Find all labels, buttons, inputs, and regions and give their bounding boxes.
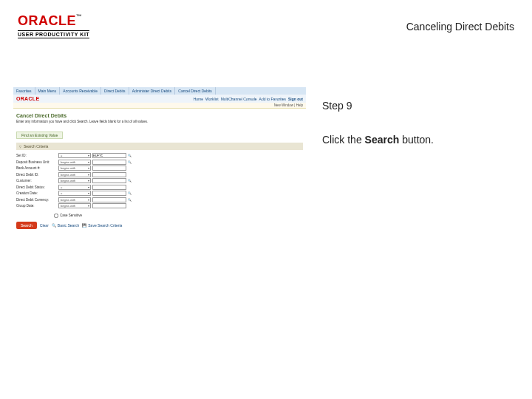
embedded-app-screenshot: Favorites Main Menu Accounts Receivable … xyxy=(13,87,306,232)
lookup-icon[interactable]: 🔍 xyxy=(128,154,135,157)
crumb[interactable]: Main Menu xyxy=(35,87,61,95)
oracle-wordmark: ORACLE xyxy=(18,13,76,28)
link-favorites[interactable]: Add to Favorites xyxy=(259,97,286,101)
field-label: Group Date: xyxy=(16,204,57,208)
case-sensitive-label: Case Sensitive xyxy=(60,214,82,217)
crumb[interactable]: Direct Debits xyxy=(101,87,129,95)
value-input[interactable] xyxy=(92,172,126,177)
save-search-link[interactable]: 💾Save Search Criteria xyxy=(82,223,122,228)
value-input[interactable] xyxy=(92,185,126,190)
form-row: Customer:begins with🔍 xyxy=(16,178,303,183)
upk-label: USER PRODUCTIVITY KIT xyxy=(18,30,89,38)
value-input[interactable] xyxy=(92,166,126,171)
value-input[interactable] xyxy=(92,191,126,196)
search-icon: 🔍 xyxy=(52,223,56,228)
lookup-icon[interactable]: 🔍 xyxy=(128,191,135,195)
app-page-instruction: Enter any information you have and click… xyxy=(13,120,306,126)
operator-select[interactable]: begins with xyxy=(58,166,91,171)
search-criteria-label: Search Criteria xyxy=(24,144,48,149)
field-label: Direct Debit Status: xyxy=(16,185,57,189)
link-home[interactable]: Home xyxy=(194,97,203,101)
form-row: Deposit Business Unit:begins with🔍 xyxy=(16,160,303,165)
app-oracle-logo: ORACLE xyxy=(16,96,39,101)
value-input[interactable]: EUFTC xyxy=(92,153,126,158)
value-input[interactable] xyxy=(92,178,126,183)
field-label: Direct Debit Currency: xyxy=(16,198,57,202)
value-input[interactable] xyxy=(92,197,126,202)
field-label: Customer: xyxy=(16,179,57,183)
instr-post: button. xyxy=(399,134,434,146)
operator-select[interactable]: = xyxy=(58,185,91,190)
trademark-symbol: ™ xyxy=(76,13,83,20)
operator-select[interactable]: = xyxy=(58,191,91,196)
breadcrumb-tabs: Favorites Main Menu Accounts Receivable … xyxy=(13,87,306,95)
crumb[interactable]: Favorites xyxy=(13,87,35,95)
lookup-icon[interactable]: 🔍 xyxy=(128,160,135,164)
window-help-bar[interactable]: New Window | Help xyxy=(13,103,306,109)
field-label: Bank Account #: xyxy=(16,166,57,170)
instruction-text: Click the Search button. xyxy=(322,133,434,148)
page-title: Canceling Direct Debits xyxy=(406,21,514,33)
form-row: Direct Debit Currency:begins with🔍 xyxy=(16,197,303,202)
search-form: Set ID:=EUFTC🔍Deposit Business Unit:begi… xyxy=(13,150,306,213)
instr-pre: Click the xyxy=(322,134,365,146)
oracle-logo: ORACLE™ xyxy=(18,13,89,29)
link-worklist[interactable]: Worklist xyxy=(205,97,219,101)
crumb[interactable]: Accounts Receivable xyxy=(60,87,101,95)
crumb[interactable]: Administer Direct Debits xyxy=(129,87,176,95)
basic-search-label: Basic Search xyxy=(58,223,79,228)
brand-block: ORACLE™ USER PRODUCTIVITY KIT xyxy=(18,13,89,38)
crumb[interactable]: Cancel Direct Debits xyxy=(175,87,216,95)
app-page-heading: Cancel Direct Debits xyxy=(13,113,306,120)
instruction-column: Step 9 Click the Search button. xyxy=(322,99,434,147)
case-sensitive-row: Case Sensitive xyxy=(13,213,306,219)
button-row: Search Clear 🔍Basic Search 💾Save Search … xyxy=(13,219,306,232)
link-signout[interactable]: Sign out xyxy=(288,97,303,101)
form-row: Set ID:=EUFTC🔍 xyxy=(16,153,303,158)
operator-select[interactable]: begins with xyxy=(58,203,91,208)
link-console[interactable]: MultiChannel Console xyxy=(221,97,257,101)
lookup-icon[interactable]: 🔍 xyxy=(128,179,135,183)
instr-bold: Search xyxy=(365,134,400,146)
lookup-icon[interactable]: 🔍 xyxy=(128,198,135,202)
form-row: Bank Account #:begins with xyxy=(16,166,303,171)
basic-search-link[interactable]: 🔍Basic Search xyxy=(52,223,79,228)
save-search-label: Save Search Criteria xyxy=(88,223,122,228)
save-icon: 💾 xyxy=(82,223,86,228)
value-input[interactable] xyxy=(92,203,126,208)
field-label: Set ID: xyxy=(16,154,57,157)
field-label: Creation Date: xyxy=(16,191,57,195)
app-header-bar: ORACLE Home Worklist MultiChannel Consol… xyxy=(13,95,306,103)
search-button[interactable]: Search xyxy=(16,222,37,229)
search-criteria-header[interactable]: Search Criteria xyxy=(16,143,303,150)
form-row: Direct Debit Status:= xyxy=(16,185,303,190)
operator-select[interactable]: = xyxy=(58,153,91,158)
form-row: Direct Debit ID:begins with xyxy=(16,172,303,177)
field-label: Direct Debit ID: xyxy=(16,173,57,177)
form-row: Creation Date:=🔍 xyxy=(16,191,303,196)
operator-select[interactable]: begins with xyxy=(58,172,91,177)
operator-select[interactable]: begins with xyxy=(58,160,91,165)
value-input[interactable] xyxy=(92,160,126,165)
operator-select[interactable]: begins with xyxy=(58,178,91,183)
step-label: Step 9 xyxy=(322,99,434,114)
field-label: Deposit Business Unit: xyxy=(16,160,57,164)
tab-find-existing[interactable]: Find an Existing Value xyxy=(16,132,63,139)
operator-select[interactable]: begins with xyxy=(58,197,91,202)
form-row: Group Date:begins with xyxy=(16,203,303,208)
toolbar-links: Home Worklist MultiChannel Console Add t… xyxy=(194,97,303,101)
case-sensitive-checkbox[interactable] xyxy=(54,214,58,218)
clear-button[interactable]: Clear xyxy=(40,223,49,228)
